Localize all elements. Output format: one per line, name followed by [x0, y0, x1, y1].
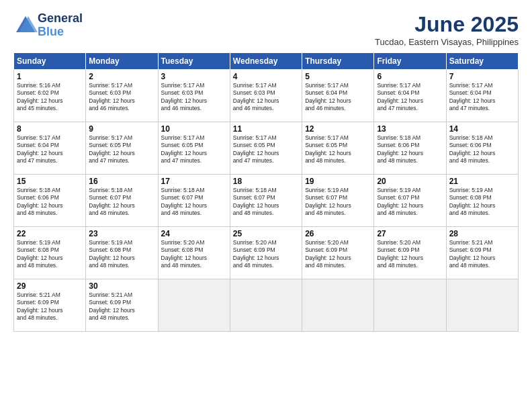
day-cell-13: 13 Sunrise: 5:18 AMSunset: 6:06 PMDaylig…: [374, 122, 446, 175]
day-cell-24: 24 Sunrise: 5:20 AMSunset: 6:08 PMDaylig…: [158, 227, 230, 279]
calendar-row-5: 29 Sunrise: 5:21 AMSunset: 6:09 PMDaylig…: [14, 279, 519, 332]
day-cell-21: 21 Sunrise: 5:19 AMSunset: 6:08 PMDaylig…: [446, 175, 518, 227]
day-cell-7: 7 Sunrise: 5:17 AMSunset: 6:04 PMDayligh…: [446, 70, 518, 122]
day-cell-10: 10 Sunrise: 5:17 AMSunset: 6:05 PMDaylig…: [158, 122, 230, 175]
day-cell-30: 30 Sunrise: 5:21 AMSunset: 6:09 PMDaylig…: [86, 279, 158, 332]
day-cell-15: 15 Sunrise: 5:18 AMSunset: 6:06 PMDaylig…: [14, 175, 86, 227]
month-title: June 2025: [375, 12, 519, 37]
day-cell-16: 16 Sunrise: 5:18 AMSunset: 6:07 PMDaylig…: [86, 175, 158, 227]
location: Tucdao, Eastern Visayas, Philippines: [375, 37, 519, 47]
empty-cell: [302, 279, 374, 332]
page-header: GeneralBlue June 2025 Tucdao, Eastern Vi…: [13, 12, 519, 47]
col-sunday: Sunday: [14, 53, 86, 70]
calendar-row-4: 22 Sunrise: 5:19 AMSunset: 6:08 PMDaylig…: [14, 227, 519, 279]
empty-cell: [446, 279, 518, 332]
day-cell-11: 11 Sunrise: 5:17 AMSunset: 6:05 PMDaylig…: [230, 122, 302, 175]
calendar-row-1: 1 Sunrise: 5:16 AMSunset: 6:02 PMDayligh…: [14, 70, 519, 122]
day-cell-8: 8 Sunrise: 5:17 AMSunset: 6:04 PMDayligh…: [14, 122, 86, 175]
day-cell-19: 19 Sunrise: 5:19 AMSunset: 6:07 PMDaylig…: [302, 175, 374, 227]
col-wednesday: Wednesday: [230, 53, 302, 70]
day-cell-4: 4 Sunrise: 5:17 AMSunset: 6:03 PMDayligh…: [230, 70, 302, 122]
logo: GeneralBlue: [13, 12, 83, 39]
col-thursday: Thursday: [302, 53, 374, 70]
col-tuesday: Tuesday: [158, 53, 230, 70]
day-cell-28: 28 Sunrise: 5:21 AMSunset: 6:09 PMDaylig…: [446, 227, 518, 279]
calendar-page: GeneralBlue June 2025 Tucdao, Eastern Vi…: [0, 0, 532, 411]
day-cell-23: 23 Sunrise: 5:19 AMSunset: 6:08 PMDaylig…: [86, 227, 158, 279]
calendar-row-2: 8 Sunrise: 5:17 AMSunset: 6:04 PMDayligh…: [14, 122, 519, 175]
day-cell-6: 6 Sunrise: 5:17 AMSunset: 6:04 PMDayligh…: [374, 70, 446, 122]
day-cell-25: 25 Sunrise: 5:20 AMSunset: 6:09 PMDaylig…: [230, 227, 302, 279]
day-cell-22: 22 Sunrise: 5:19 AMSunset: 6:08 PMDaylig…: [14, 227, 86, 279]
day-cell-12: 12 Sunrise: 5:17 AMSunset: 6:05 PMDaylig…: [302, 122, 374, 175]
logo-text: GeneralBlue: [38, 12, 83, 39]
empty-cell: [230, 279, 302, 332]
day-cell-5: 5 Sunrise: 5:17 AMSunset: 6:04 PMDayligh…: [302, 70, 374, 122]
calendar-header-row: Sunday Monday Tuesday Wednesday Thursday…: [14, 53, 519, 70]
day-cell-14: 14 Sunrise: 5:18 AMSunset: 6:06 PMDaylig…: [446, 122, 518, 175]
day-cell-29: 29 Sunrise: 5:21 AMSunset: 6:09 PMDaylig…: [14, 279, 86, 332]
title-block: June 2025 Tucdao, Eastern Visayas, Phili…: [375, 12, 519, 47]
empty-cell: [374, 279, 446, 332]
day-cell-1: 1 Sunrise: 5:16 AMSunset: 6:02 PMDayligh…: [14, 70, 86, 122]
col-saturday: Saturday: [446, 53, 518, 70]
day-cell-26: 26 Sunrise: 5:20 AMSunset: 6:09 PMDaylig…: [302, 227, 374, 279]
day-cell-9: 9 Sunrise: 5:17 AMSunset: 6:05 PMDayligh…: [86, 122, 158, 175]
empty-cell: [158, 279, 230, 332]
day-cell-20: 20 Sunrise: 5:19 AMSunset: 6:07 PMDaylig…: [374, 175, 446, 227]
day-cell-17: 17 Sunrise: 5:18 AMSunset: 6:07 PMDaylig…: [158, 175, 230, 227]
calendar-row-3: 15 Sunrise: 5:18 AMSunset: 6:06 PMDaylig…: [14, 175, 519, 227]
day-cell-18: 18 Sunrise: 5:18 AMSunset: 6:07 PMDaylig…: [230, 175, 302, 227]
day-cell-3: 3 Sunrise: 5:17 AMSunset: 6:03 PMDayligh…: [158, 70, 230, 122]
logo-icon: [13, 13, 38, 38]
calendar-table: Sunday Monday Tuesday Wednesday Thursday…: [13, 52, 519, 332]
day-cell-27: 27 Sunrise: 5:20 AMSunset: 6:09 PMDaylig…: [374, 227, 446, 279]
col-monday: Monday: [86, 53, 158, 70]
col-friday: Friday: [374, 53, 446, 70]
day-cell-2: 2 Sunrise: 5:17 AMSunset: 6:03 PMDayligh…: [86, 70, 158, 122]
